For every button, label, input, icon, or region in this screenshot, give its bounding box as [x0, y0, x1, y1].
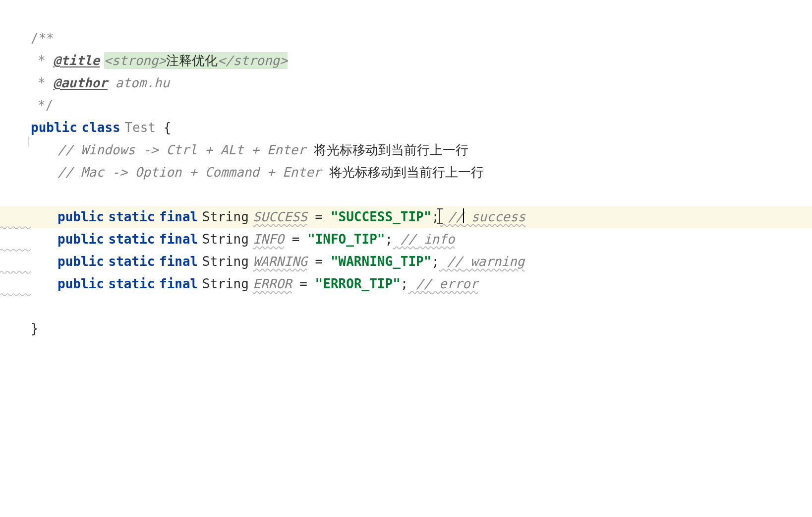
comment-inline: // warning	[439, 254, 524, 269]
field-error-line[interactable]: publicstaticfinalStringERROR = "ERROR_TI…	[31, 273, 812, 295]
field-warning-line[interactable]: publicstaticfinalStringWARNING = "WARNIN…	[31, 251, 812, 273]
doc-title-text: 注释优化	[166, 52, 218, 69]
const-error: ERROR	[253, 276, 291, 291]
comment-inline: // info	[393, 232, 455, 247]
comment-inline: // success	[440, 209, 525, 224]
blank-line[interactable]	[31, 295, 812, 318]
strong-open-tag: <strong>	[104, 52, 166, 69]
comment-inline: // error	[408, 276, 478, 291]
class-close[interactable]: }	[31, 318, 812, 340]
indent-guide	[28, 136, 29, 146]
doc-author-name: atom.hu	[108, 75, 170, 90]
doc-tag-title: @title	[53, 53, 100, 68]
doc-open[interactable]: /**	[31, 27, 812, 50]
field-info-line[interactable]: publicstaticfinalStringINFO = "INFO_TIP"…	[31, 228, 812, 251]
doc-tag-author: @author	[53, 75, 108, 90]
ibeam-cursor-icon	[439, 208, 440, 224]
const-success: SUCCESS	[253, 209, 307, 224]
field-success-line[interactable]: publicstaticfinalStringSUCCESS = "SUCCES…	[0, 206, 812, 228]
blank-line[interactable]	[31, 184, 812, 206]
const-info: INFO	[253, 232, 284, 247]
doc-author-line[interactable]: * @author atom.hu	[31, 72, 812, 94]
const-warning: WARNING	[253, 254, 307, 269]
strong-close-tag: </strong>	[218, 52, 288, 69]
doc-title-line[interactable]: * @title<strong>注释优化</strong>	[31, 50, 812, 72]
doc-close[interactable]: */	[31, 94, 812, 117]
comment-windows[interactable]: // Windows -> Ctrl + ALt + Enter 将光标移动到当…	[31, 139, 812, 161]
class-decl[interactable]: publicclassTest {	[31, 117, 812, 139]
comment-mac[interactable]: // Mac -> Option + Command + Enter 将光标移动…	[31, 161, 812, 184]
class-name: Test	[124, 120, 156, 135]
